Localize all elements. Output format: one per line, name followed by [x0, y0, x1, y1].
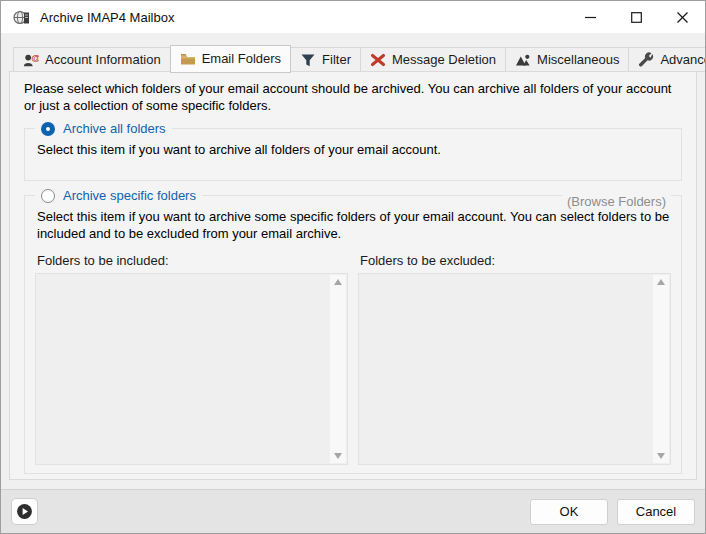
tab-label: Miscellaneous [537, 52, 619, 67]
folder-lists: Folders to be included: Folders to be ex… [35, 251, 671, 465]
archive-specific-description: Select this item if you want to archive … [35, 205, 671, 242]
tab-message-deletion[interactable]: Message Deletion [360, 47, 506, 72]
tab-label: Message Deletion [392, 52, 496, 67]
archive-all-radio[interactable] [41, 122, 55, 136]
intro-text: Please select which folders of your emai… [20, 80, 686, 114]
scroll-down-icon[interactable] [334, 453, 342, 459]
misc-icon [515, 52, 531, 68]
archive-specific-radio[interactable] [41, 189, 55, 203]
svg-text:@: @ [31, 52, 39, 63]
dialog-archive-imap4-mailbox: Archive IMAP4 Mailbox @ Account Informat… [0, 0, 706, 534]
tab-miscellaneous[interactable]: Miscellaneous [505, 47, 629, 72]
excluded-folders-label: Folders to be excluded: [360, 253, 671, 268]
excluded-folders-scrollbar[interactable] [653, 275, 669, 463]
ok-button[interactable]: OK [530, 499, 608, 525]
window-controls [567, 1, 705, 33]
included-folders-scrollbar[interactable] [330, 275, 346, 463]
titlebar: Archive IMAP4 Mailbox [1, 1, 705, 33]
archive-all-label: Archive all folders [63, 121, 166, 136]
archive-specific-folders-option[interactable]: Archive specific folders [35, 188, 202, 203]
window-title: Archive IMAP4 Mailbox [40, 10, 174, 25]
maximize-button[interactable] [613, 1, 659, 33]
scroll-down-icon[interactable] [657, 453, 665, 459]
minimize-button[interactable] [567, 1, 613, 33]
close-button[interactable] [659, 1, 705, 33]
archive-all-folders-group: Archive all folders Select this item if … [24, 121, 682, 181]
tab-label: Account Information [45, 52, 161, 67]
maximize-icon [631, 12, 642, 23]
archive-all-folders-option[interactable]: Archive all folders [35, 121, 172, 136]
app-icon [13, 9, 30, 26]
run-archive-button[interactable] [11, 498, 38, 525]
minimize-icon [585, 12, 596, 23]
account-icon: @ [23, 52, 39, 68]
scroll-up-icon[interactable] [657, 279, 665, 285]
tab-account-information[interactable]: @ Account Information [13, 47, 171, 72]
tab-label: Email Folders [202, 51, 281, 66]
excluded-folders-listbox[interactable] [358, 273, 671, 465]
play-icon [16, 503, 33, 520]
tab-email-folders[interactable]: Email Folders [170, 45, 291, 73]
tab-filter[interactable]: Filter [290, 47, 361, 72]
archive-specific-folders-group: Archive specific folders (Browse Folders… [24, 188, 682, 474]
scroll-up-icon[interactable] [334, 279, 342, 285]
included-folders-label: Folders to be included: [37, 253, 348, 268]
tab-page-email-folders: Please select which folders of your emai… [9, 71, 697, 480]
close-icon [677, 12, 688, 23]
included-folders-listbox[interactable] [35, 273, 348, 465]
tab-label: Advanced [660, 52, 706, 67]
archive-all-description: Select this item if you want to archive … [35, 138, 671, 158]
tab-advanced[interactable]: Advanced [628, 47, 706, 72]
wrench-icon [638, 52, 654, 68]
tab-strip: @ Account Information Email Folders Filt… [13, 45, 697, 72]
included-folders-column: Folders to be included: [35, 251, 348, 465]
tab-label: Filter [322, 52, 351, 67]
archive-specific-label: Archive specific folders [63, 188, 196, 203]
browse-folders-link[interactable]: (Browse Folders) [562, 194, 671, 209]
folder-icon [180, 51, 196, 67]
cancel-button[interactable]: Cancel [617, 499, 695, 525]
dialog-footer: OK Cancel [1, 489, 705, 533]
excluded-folders-column: Folders to be excluded: [358, 251, 671, 465]
delete-x-icon [370, 52, 386, 68]
filter-icon [300, 52, 316, 68]
